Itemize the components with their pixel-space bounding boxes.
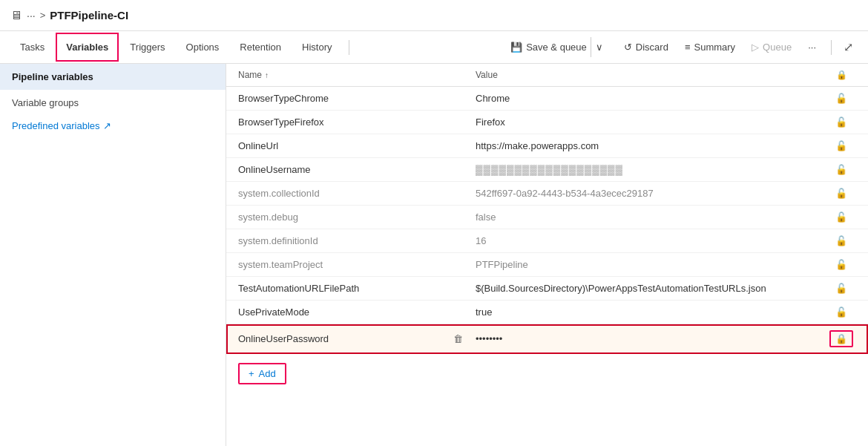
name-header-label: Name <box>238 70 262 80</box>
lock-icon[interactable]: 🔓 <box>826 164 856 175</box>
table-row: TestAutomationURLFilePath $(Build.Source… <box>226 277 868 301</box>
tab-triggers[interactable]: Triggers <box>120 33 174 61</box>
var-value: https://make.powerapps.com <box>476 140 826 151</box>
lock-icon[interactable]: 🔓 <box>826 188 856 199</box>
table-row: OnlineUsername ▓▓▓▓▓▓▓▓▓▓▓▓▓▓▓▓▓▓▓ 🔓 <box>226 158 868 182</box>
discard-label: Discard <box>636 42 668 53</box>
queue-button[interactable]: ▷ Queue <box>744 37 799 57</box>
main-content: Pipeline variables Variable groups Prede… <box>0 64 868 446</box>
more-options-icon[interactable]: ··· <box>27 10 36 22</box>
tab-history[interactable]: History <box>292 33 341 61</box>
table-row: BrowserTypeFirefox Firefox 🔓 <box>226 111 868 134</box>
discard-icon: ↺ <box>624 42 632 53</box>
toolbar-right: 💾 Save & queue ∨ ↺ Discard ≡ Summary ▷ Q… <box>503 33 858 62</box>
var-value: •••••••• <box>476 333 826 344</box>
var-value: ▓▓▓▓▓▓▓▓▓▓▓▓▓▓▓▓▓▓▓ <box>476 164 826 175</box>
sort-icon[interactable]: ↑ <box>265 71 269 79</box>
tab-retention[interactable]: Retention <box>230 33 291 61</box>
save-queue-chevron[interactable]: ∨ <box>591 37 608 57</box>
table-row: UsePrivateMode true 🔓 <box>226 301 868 324</box>
var-name: BrowserTypeFirefox <box>238 117 453 128</box>
sidebar-item-pipeline-variables[interactable]: Pipeline variables <box>0 64 226 90</box>
add-button-row: + Add <box>226 354 868 393</box>
lock-icon[interactable]: 🔓 <box>826 140 856 151</box>
summary-label: Summary <box>694 42 735 53</box>
col-lock-header: 🔒 <box>826 70 856 80</box>
variables-panel: Name ↑ Value 🔒 BrowserTypeChrome Chrome … <box>226 64 868 446</box>
var-name: TestAutomationURLFilePath <box>238 283 453 294</box>
var-value: 16 <box>476 235 826 246</box>
pipeline-title: PTFPipeline-CI <box>50 9 128 22</box>
table-row: system.collectionId 542ff697-0a92-4443-b… <box>226 182 868 206</box>
nav-divider <box>349 40 349 55</box>
table-row-highlighted: OnlineUserPassword 🗑 •••••••• 🔒 <box>226 324 868 354</box>
save-queue-label: Save & queue <box>526 42 587 53</box>
lock-button[interactable]: 🔒 <box>826 330 856 347</box>
toolbar-divider <box>831 40 832 55</box>
var-name: system.collectionId <box>238 188 453 199</box>
col-name-header: Name ↑ <box>238 70 476 80</box>
var-name: system.teamProject <box>238 259 453 270</box>
var-value: PTFPipeline <box>476 259 826 270</box>
var-name: OnlineUrl <box>238 140 453 151</box>
predefined-variables-label: Predefined variables <box>12 120 100 131</box>
delete-icon[interactable]: 🗑 <box>453 333 476 344</box>
var-value: Chrome <box>476 93 826 104</box>
var-value: false <box>476 211 826 223</box>
summary-icon: ≡ <box>685 42 691 53</box>
var-name: OnlineUsername <box>238 164 453 175</box>
external-link-icon: ↗ <box>103 120 111 131</box>
breadcrumb-separator: > <box>40 10 46 21</box>
queue-play-icon: ▷ <box>752 42 759 53</box>
col-value-header: Value <box>476 70 826 80</box>
nav-tabs: Tasks Variables Triggers Options Retenti… <box>0 31 868 64</box>
var-value: true <box>476 306 826 318</box>
add-variable-button[interactable]: + Add <box>238 363 286 384</box>
lock-icon[interactable]: 🔓 <box>826 117 856 128</box>
add-label: Add <box>259 368 276 379</box>
predefined-variables-link[interactable]: Predefined variables ↗ <box>0 116 226 136</box>
lock-icon[interactable]: 🔓 <box>826 306 856 318</box>
app-icon: 🖥 <box>10 9 22 22</box>
lock-icon[interactable]: 🔓 <box>826 283 856 294</box>
discard-button[interactable]: ↺ Discard <box>617 37 676 57</box>
var-name: system.definitionId <box>238 235 453 246</box>
var-name: BrowserTypeChrome <box>238 93 453 104</box>
table-header: Name ↑ Value 🔒 <box>226 64 868 87</box>
sidebar-item-variable-groups[interactable]: Variable groups <box>0 90 226 116</box>
var-value: $(Build.SourcesDirectory)\PowerAppsTestA… <box>476 283 826 294</box>
save-queue-button[interactable]: 💾 Save & queue ∨ <box>503 33 615 62</box>
lock-icon-highlighted[interactable]: 🔒 <box>829 330 853 347</box>
lock-icon[interactable]: 🔓 <box>826 211 856 223</box>
plus-icon: + <box>249 368 254 379</box>
sidebar: Pipeline variables Variable groups Prede… <box>0 64 226 446</box>
tab-tasks[interactable]: Tasks <box>10 33 54 61</box>
var-value: 542ff697-0a92-4443-b534-4a3ecec29187 <box>476 188 826 199</box>
table-row: system.teamProject PTFPipeline 🔓 <box>226 253 868 277</box>
lock-icon[interactable]: 🔓 <box>826 235 856 246</box>
table-row: OnlineUrl https://make.powerapps.com 🔓 <box>226 134 868 158</box>
more-toolbar-button[interactable]: ··· <box>800 37 823 57</box>
var-name: system.debug <box>238 211 453 223</box>
lock-icon[interactable]: 🔓 <box>826 93 856 104</box>
table-row: system.definitionId 16 🔓 <box>226 229 868 253</box>
var-name: OnlineUserPassword <box>238 333 453 344</box>
summary-button[interactable]: ≡ Summary <box>677 37 743 57</box>
queue-label: Queue <box>763 42 792 53</box>
var-name: UsePrivateMode <box>238 306 453 318</box>
lock-icon[interactable]: 🔓 <box>826 259 856 270</box>
table-row: BrowserTypeChrome Chrome 🔓 <box>226 87 868 111</box>
table-row: system.debug false 🔓 <box>226 206 868 229</box>
var-value: Firefox <box>476 117 826 128</box>
save-icon: 💾 <box>510 42 522 53</box>
tab-variables[interactable]: Variables <box>56 33 119 62</box>
expand-button[interactable]: ⤢ <box>839 36 858 59</box>
top-bar: 🖥 ··· > PTFPipeline-CI <box>0 0 868 31</box>
tab-options[interactable]: Options <box>177 33 229 61</box>
